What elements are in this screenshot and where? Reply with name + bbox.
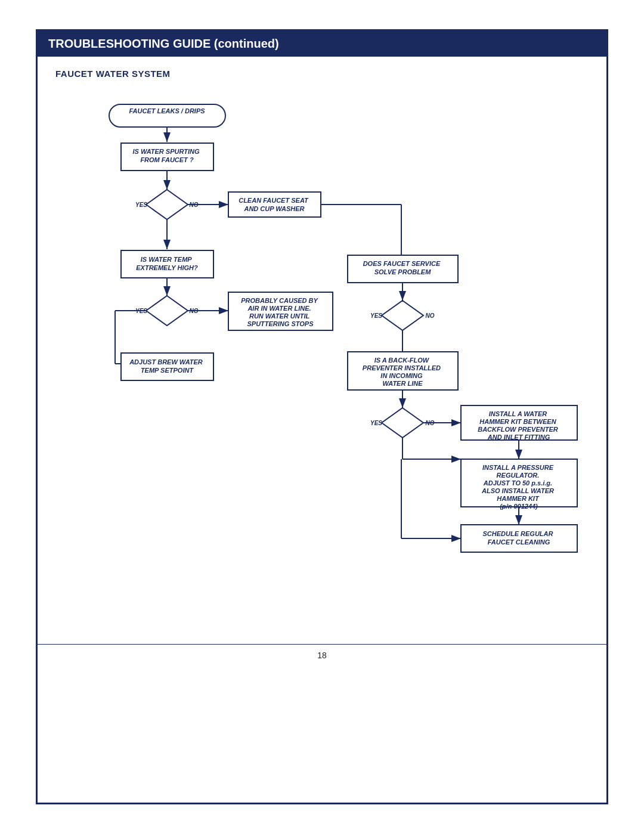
yes-label-3: YES — [370, 312, 382, 319]
svg-marker-6 — [146, 190, 188, 219]
section-title: FAUCET WATER SYSTEM — [55, 69, 589, 79]
yes-label-1: YES — [135, 202, 147, 208]
page-number: 18 — [38, 644, 606, 671]
svg-marker-23 — [382, 301, 423, 330]
header-title: TROUBLESHOOTING GUIDE (continued) — [48, 37, 279, 50]
page-content: FAUCET WATER SYSTEM FAUCET LEAKS / DRIPS — [38, 57, 606, 632]
flowchart: FAUCET LEAKS / DRIPS IS WATER SPURTING F… — [55, 89, 592, 608]
node-probably-caused: PROBABLY CAUSED BY AIR IN WATER LINE. RU… — [241, 297, 319, 327]
node-faucet-leaks: FAUCET LEAKS / DRIPS — [129, 107, 205, 114]
svg-marker-14 — [146, 296, 188, 326]
node-install-hammer: INSTALL A WATER HAMMER KIT BETWEEN BACKF… — [478, 410, 560, 441]
page: TROUBLESHOOTING GUIDE (continued) FAUCET… — [36, 29, 608, 804]
yes-label-4: YES — [370, 420, 382, 426]
no-label-3: NO — [426, 312, 435, 319]
svg-rect-8 — [228, 192, 321, 217]
page-header: TROUBLESHOOTING GUIDE (continued) — [38, 31, 606, 57]
svg-marker-27 — [382, 408, 423, 438]
